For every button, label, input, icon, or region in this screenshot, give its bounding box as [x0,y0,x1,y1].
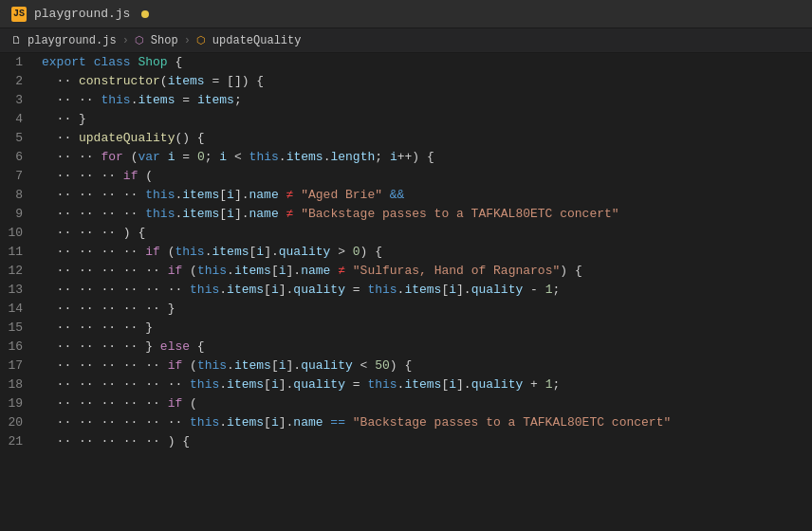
title-bar: JS playground.js [0,0,812,28]
line-content-8: ·· ·· ·· ·· this.items[i].name ≠ "Aged B… [38,186,812,205]
line-content-6: ·· ·· for (var i = 0; i < this.items.len… [38,148,812,167]
line-number-16: 16 [0,338,38,357]
breadcrumb-sep-1: › [122,34,129,47]
line-content-5: ·· updateQuality() { [38,129,812,148]
line-number-6: 6 [0,148,38,167]
line-16: 16 ·· ·· ·· ·· } else { [0,338,812,357]
line-15: 15 ·· ·· ·· ·· } [0,319,812,338]
line-11: 11 ·· ·· ·· ·· if (this.items[i].quality… [0,243,812,262]
line-number-13: 13 [0,281,38,300]
line-14: 14 ·· ·· ·· ·· ·· } [0,300,812,319]
line-21: 21 ·· ·· ·· ·· ·· ) { [0,432,812,451]
line-number-19: 19 [0,394,38,413]
line-12: 12 ·· ·· ·· ·· ·· if (this.items[i].name… [0,262,812,281]
line-number-21: 21 [0,432,38,451]
line-9: 9 ·· ·· ·· ·· this.items[i].name ≠ "Back… [0,205,812,224]
line-13: 13 ·· ·· ·· ·· ·· ·· this.items[i].quali… [0,281,812,300]
line-content-10: ·· ·· ·· ) { [38,224,812,243]
line-content-7: ·· ·· ·· if ( [38,167,812,186]
line-7: 7 ·· ·· ·· if ( [0,167,812,186]
line-number-17: 17 [0,357,38,375]
line-number-3: 3 [0,91,38,110]
line-10: 10 ·· ·· ·· ) { [0,224,812,243]
line-4: 4 ·· } [0,110,812,129]
breadcrumb-file-icon: 🗋 [11,34,22,46]
line-number-8: 8 [0,186,38,205]
line-content-4: ·· } [38,110,812,129]
breadcrumb-class[interactable]: Shop [151,34,178,47]
line-number-11: 11 [0,243,38,262]
breadcrumb-file[interactable]: playground.js [28,34,117,47]
breadcrumb: 🗋 playground.js › ⬡ Shop › ⬡ updateQuali… [0,28,812,53]
breadcrumb-method-icon: ⬡ [196,34,206,46]
line-number-14: 14 [0,300,38,319]
line-content-2: ·· constructor(items = []) { [38,72,812,91]
line-number-2: 2 [0,72,38,91]
line-5: 5 ·· updateQuality() { [0,129,812,148]
breadcrumb-method[interactable]: updateQuality [212,34,302,47]
line-17: 17 ·· ·· ·· ·· ·· if (this.items[i].qual… [0,357,812,375]
line-number-7: 7 [0,167,38,186]
line-8: 8 ·· ·· ·· ·· this.items[i].name ≠ "Aged… [0,186,812,205]
line-19: 19 ·· ·· ·· ·· ·· if ( [0,394,812,413]
line-content-19: ·· ·· ·· ·· ·· if ( [38,394,812,413]
line-3: 3 ·· ·· this.items = items; [0,91,812,110]
modified-dot [141,10,149,18]
line-content-17: ·· ·· ·· ·· ·· if (this.items[i].quality… [38,357,812,375]
filename: playground.js [34,7,130,21]
line-20: 20 ·· ·· ·· ·· ·· ·· this.items[i].name … [0,413,812,432]
line-content-18: ·· ·· ·· ·· ·· ·· this.items[i].quality … [38,375,812,394]
line-2: 2 ·· constructor(items = []) { [0,72,812,91]
line-1: 1 export class Shop { [0,53,812,72]
line-content-12: ·· ·· ·· ·· ·· if (this.items[i].name ≠ … [38,262,812,281]
line-number-1: 1 [0,53,38,72]
breadcrumb-class-icon: ⬡ [135,34,144,46]
line-content-11: ·· ·· ·· ·· if (this.items[i].quality > … [38,243,812,262]
line-content-20: ·· ·· ·· ·· ·· ·· this.items[i].name == … [38,413,812,432]
line-content-15: ·· ·· ·· ·· } [38,319,812,338]
line-18: 18 ·· ·· ·· ·· ·· ·· this.items[i].quali… [0,375,812,394]
line-number-9: 9 [0,205,38,224]
line-number-18: 18 [0,375,38,394]
line-number-10: 10 [0,224,38,243]
line-content-1: export class Shop { [38,53,812,72]
line-content-14: ·· ·· ·· ·· ·· } [38,300,812,319]
line-content-21: ·· ·· ·· ·· ·· ) { [38,432,812,451]
file-icon: JS [11,7,27,22]
line-number-20: 20 [0,413,38,432]
line-number-5: 5 [0,129,38,148]
line-6: 6 ·· ·· for (var i = 0; i < this.items.l… [0,148,812,167]
line-content-16: ·· ·· ·· ·· } else { [38,338,812,357]
line-number-12: 12 [0,262,38,281]
line-content-13: ·· ·· ·· ·· ·· ·· this.items[i].quality … [38,281,812,300]
editor: 1 export class Shop { 2 ·· constructor(i… [0,53,812,531]
line-number-4: 4 [0,110,38,129]
breadcrumb-sep-2: › [184,34,191,47]
line-content-3: ·· ·· this.items = items; [38,91,812,110]
line-content-9: ·· ·· ·· ·· this.items[i].name ≠ "Backst… [38,205,812,224]
line-number-15: 15 [0,319,38,338]
